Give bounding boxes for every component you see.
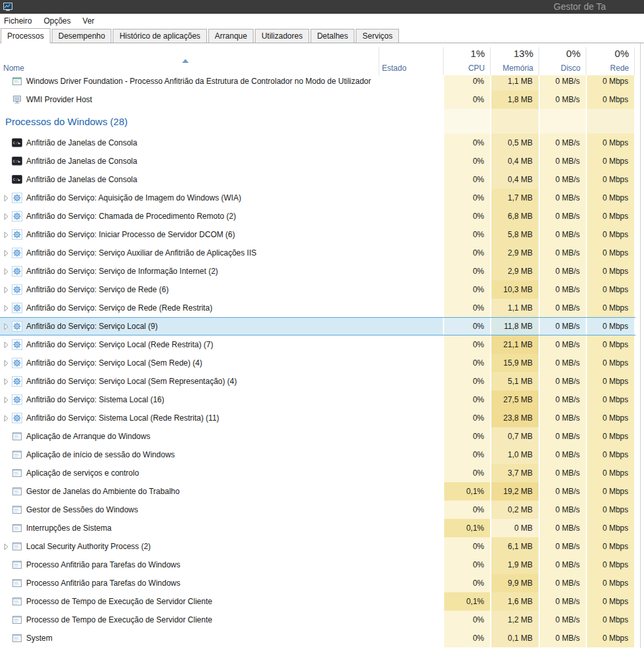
tab-detalhes[interactable]: Detalhes [311,29,354,43]
process-name-cell[interactable]: Anfitrião do Serviço: Iniciar Processo d… [0,225,377,244]
process-name-cell[interactable]: Anfitrião do Serviço: Serviço Local (Sem… [0,354,377,372]
process-name-cell[interactable]: Aplicação de início de sessão do Windows [0,446,377,464]
table-row[interactable]: Anfitrião do Serviço: Serviço Local (Red… [0,335,644,354]
expand-chevron-icon[interactable] [0,286,12,294]
table-row[interactable]: Anfitrião do Serviço: Serviço Local (Sem… [0,372,644,391]
process-name-cell[interactable]: Aplicação de serviços e controlo [0,464,377,482]
column-header-memoria[interactable]: 13% Memória [502,48,533,73]
table-row[interactable]: Anfitrião do Serviço: Serviço de Rede (6… [0,280,644,299]
table-row[interactable]: Interrupções de Sistema 0,1% 0 MB 0 MB/s… [0,519,644,537]
table-row[interactable]: Anfitrião do Serviço: Serviço de Rede (R… [0,299,644,317]
table-row[interactable]: Aplicação de serviços e controlo 0% 3,7 … [0,464,644,482]
process-name-cell[interactable]: Local Security Authority Process (2) [0,537,377,556]
expand-chevron-icon[interactable] [0,268,12,275]
process-name-cell[interactable]: WMI Provider Host [0,90,377,109]
expand-chevron-icon[interactable] [0,396,12,404]
process-name-cell[interactable]: Windows Driver Foundation - Processo Anf… [0,75,377,90]
tab-desempenho[interactable]: Desempenho [52,29,111,43]
process-name-cell[interactable]: Interrupções de Sistema [0,519,377,537]
network-cell: 0 Mbps [587,170,634,189]
group-header-row[interactable]: Processos do Windows (28) [0,109,644,134]
cpu-cell: 0% [444,629,490,647]
process-name-cell[interactable]: C:\ Anfitrião de Janelas de Consola [0,134,377,152]
column-header-nome[interactable]: Nome [3,64,24,73]
expand-chevron-icon[interactable] [0,543,12,550]
table-row[interactable]: Anfitrião do Serviço: Serviço Local (Sem… [0,354,644,372]
table-row[interactable]: C:\ Anfitrião de Janelas de Consola 0% 0… [0,170,644,189]
table-row[interactable]: Local Security Authority Process (2) 0% … [0,537,644,556]
process-name-cell[interactable]: C:\ Anfitrião de Janelas de Consola [0,170,377,189]
expand-chevron-icon[interactable] [0,360,12,367]
table-row[interactable]: C:\ Anfitrião de Janelas de Consola 0% 0… [0,152,644,170]
gear-icon [12,376,22,387]
menu-ver[interactable]: Ver [77,16,100,26]
menu-ficheiro[interactable]: Ficheiro [0,16,38,26]
expand-chevron-icon[interactable] [0,213,12,220]
expand-chevron-icon[interactable] [0,305,12,312]
process-name-cell[interactable]: Processo Anfitrião para Tarefas do Windo… [0,556,377,574]
column-header-estado[interactable]: Estado [382,64,406,73]
table-row[interactable]: Processo Anfitrião para Tarefas do Windo… [0,556,644,574]
table-row[interactable]: Gestor de Sessões do Windows 0% 0,2 MB 0… [0,501,644,519]
process-name-cell[interactable]: Anfitrião do Serviço: Serviço Local (Sem… [0,372,377,391]
process-name-cell[interactable]: System [0,629,377,647]
table-row[interactable]: Processo de Tempo de Execução de Servido… [0,592,644,611]
expand-chevron-icon[interactable] [0,195,12,202]
table-row[interactable]: Anfitrião do Serviço: Sistema Local (Red… [0,409,644,427]
process-name-cell[interactable]: Aplicação de Arranque do Windows [0,427,377,446]
table-row[interactable]: Anfitrião do Serviço: Serviço Local (9) … [0,317,644,335]
cpu-cell: 0% [444,391,490,409]
process-name-cell[interactable]: Anfitrião do Serviço: Serviço Local (Red… [0,335,377,354]
table-row[interactable]: Processo Anfitrião para Tarefas do Windo… [0,574,644,592]
table-row[interactable]: Gestor de Janelas do Ambiente do Trabalh… [0,482,644,501]
memory-cell [491,109,539,134]
disk-label: Disco [561,64,580,73]
process-name-cell[interactable]: Anfitrião do Serviço: Aquisição de Image… [0,189,377,207]
group-label[interactable]: Processos do Windows (28) [0,109,377,134]
process-name-cell[interactable]: C:\ Anfitrião de Janelas de Consola [0,152,377,170]
process-name-cell[interactable]: Anfitrião do Serviço: Serviço de Rede (R… [0,299,377,317]
tab-historico-de-aplicacoes[interactable]: Histórico de aplicações [113,29,206,43]
tab-processos[interactable]: Processos [1,28,50,43]
expand-chevron-icon[interactable] [0,378,12,385]
process-name-cell[interactable]: Processo Anfitrião para Tarefas do Windo… [0,574,377,592]
cpu-cell: 0% [444,189,490,207]
table-row[interactable]: Aplicação de início de sessão do Windows… [0,446,644,464]
table-row[interactable]: Anfitrião do Serviço: Serviço de Informa… [0,262,644,280]
process-name-cell[interactable]: Gestor de Janelas do Ambiente do Trabalh… [0,482,377,501]
process-name-cell[interactable]: Anfitrião do Serviço: Serviço de Informa… [0,262,377,280]
table-row[interactable]: Anfitrião do Serviço: Sistema Local (16)… [0,391,644,409]
table-row[interactable]: Anfitrião do Serviço: Serviço Auxiliar d… [0,244,644,262]
table-row[interactable]: Windows Driver Foundation - Processo Anf… [0,75,644,90]
process-name-cell[interactable]: Anfitrião do Serviço: Serviço de Rede (6… [0,280,377,299]
tab-utilizadores[interactable]: Utilizadores [255,29,309,43]
tab-servicos[interactable]: Serviços [356,29,399,43]
column-header-cpu[interactable]: 1% CPU [468,48,485,73]
process-name-cell[interactable]: Gestor de Sessões do Windows [0,501,377,519]
menu-opcoes[interactable]: Opções [38,16,77,26]
column-header-disco[interactable]: 0% Disco [561,48,580,73]
process-name-cell[interactable]: Anfitrião do Serviço: Serviço Auxiliar d… [0,244,377,262]
column-header-rede[interactable]: 0% Rede [610,48,629,73]
table-row[interactable]: Anfitrião do Serviço: Iniciar Processo d… [0,225,644,244]
table-row[interactable]: Anfitrião do Serviço: Chamada de Procedi… [0,207,644,225]
process-name-cell[interactable]: Anfitrião do Serviço: Sistema Local (Red… [0,409,377,427]
process-name-cell[interactable]: Processo de Tempo de Execução de Servido… [0,592,377,611]
table-row[interactable]: C:\ Anfitrião de Janelas de Consola 0% 0… [0,134,644,152]
table-row[interactable]: Aplicação de Arranque do Windows 0% 0,7 … [0,427,644,446]
row-tail [634,519,644,537]
table-row[interactable]: System 0% 0,1 MB 0 MB/s 0 Mbps [0,629,644,647]
expand-chevron-icon[interactable] [0,415,12,422]
process-name-cell[interactable]: Processo de Tempo de Execução de Servido… [0,611,377,629]
table-row[interactable]: Anfitrião do Serviço: Aquisição de Image… [0,189,644,207]
tab-arranque[interactable]: Arranque [208,29,254,43]
process-name-cell[interactable]: Anfitrião do Serviço: Chamada de Procedi… [0,207,377,225]
expand-chevron-icon[interactable] [0,231,12,238]
table-row[interactable]: WMI Provider Host 0% 1,8 MB 0 MB/s 0 Mbp… [0,90,644,109]
expand-chevron-icon[interactable] [0,341,12,349]
expand-chevron-icon[interactable] [0,323,12,330]
table-row[interactable]: Processo de Tempo de Execução de Servido… [0,611,644,629]
process-name-cell[interactable]: Anfitrião do Serviço: Sistema Local (16) [0,391,377,409]
process-name-cell[interactable]: Anfitrião do Serviço: Serviço Local (9) [0,317,377,335]
expand-chevron-icon[interactable] [0,250,12,257]
